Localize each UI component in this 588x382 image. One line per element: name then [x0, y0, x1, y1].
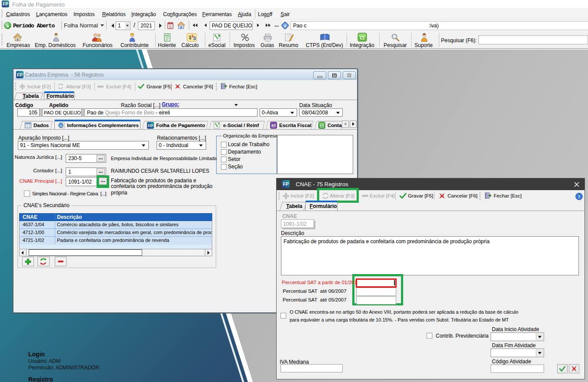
svg-text:FP: FP: [283, 181, 289, 187]
svg-text:Ct: Ct: [360, 36, 365, 40]
svg-text:FP: FP: [17, 73, 23, 77]
svg-text:?: ?: [578, 194, 581, 199]
svg-text:5: 5: [170, 25, 171, 29]
svg-text:FP: FP: [3, 2, 8, 7]
svg-text:FP: FP: [148, 123, 154, 128]
svg-text:Ct: Ct: [320, 124, 324, 128]
svg-text:3: 3: [193, 36, 196, 41]
svg-text:Ef: Ef: [271, 123, 276, 128]
svg-text:a: a: [7, 23, 9, 29]
svg-text:i: i: [284, 23, 286, 28]
